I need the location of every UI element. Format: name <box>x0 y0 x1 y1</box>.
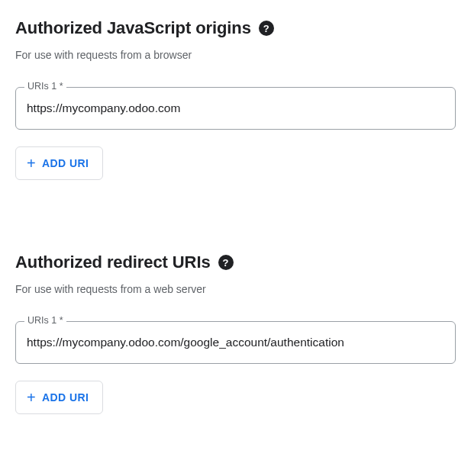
section-header: Authorized redirect URIs ? <box>15 252 456 272</box>
section-description-js-origins: For use with requests from a browser <box>15 49 456 61</box>
uri-field-label: URIs 1 * <box>24 81 66 92</box>
uri-field-wrap: URIs 1 * <box>15 321 456 364</box>
section-redirect-uris: Authorized redirect URIs ? For use with … <box>15 252 456 414</box>
section-title-js-origins: Authorized JavaScript origins <box>15 18 251 38</box>
section-js-origins: Authorized JavaScript origins ? For use … <box>15 18 456 180</box>
add-uri-button-label: ADD URI <box>42 391 89 404</box>
section-description-redirect-uris: For use with requests from a web server <box>15 283 456 295</box>
uri-input-redirect-uris[interactable] <box>15 321 456 364</box>
plus-icon: + <box>27 390 36 405</box>
add-uri-button-redirect-uris[interactable]: + ADD URI <box>15 381 103 414</box>
help-icon[interactable]: ? <box>218 255 234 270</box>
uri-field-wrap: URIs 1 * <box>15 87 456 130</box>
uri-input-js-origins[interactable] <box>15 87 456 130</box>
section-header: Authorized JavaScript origins ? <box>15 18 456 38</box>
add-uri-button-js-origins[interactable]: + ADD URI <box>15 146 103 180</box>
plus-icon: + <box>27 156 36 171</box>
section-title-redirect-uris: Authorized redirect URIs <box>15 252 211 272</box>
help-icon[interactable]: ? <box>259 21 274 36</box>
add-uri-button-label: ADD URI <box>42 157 89 169</box>
uri-field-label: URIs 1 * <box>24 315 66 326</box>
